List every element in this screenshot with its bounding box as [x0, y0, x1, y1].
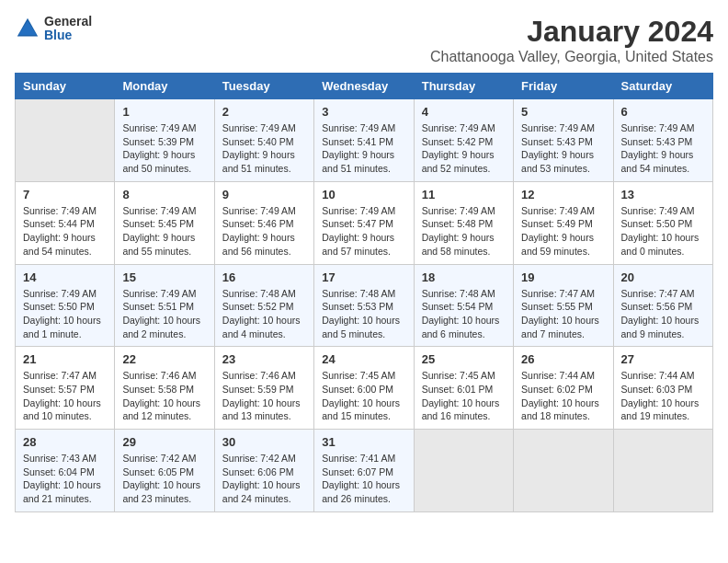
day-info: Sunrise: 7:43 AM Sunset: 6:04 PM Dayligh…	[23, 452, 107, 506]
calendar-cell: 1Sunrise: 7:49 AM Sunset: 5:39 PM Daylig…	[115, 99, 214, 182]
calendar-cell: 19Sunrise: 7:47 AM Sunset: 5:55 PM Dayli…	[514, 264, 613, 347]
calendar-cell: 31Sunrise: 7:41 AM Sunset: 6:07 PM Dayli…	[314, 430, 414, 512]
day-number: 30	[222, 435, 306, 449]
day-info: Sunrise: 7:42 AM Sunset: 6:05 PM Dayligh…	[122, 452, 206, 506]
day-number: 17	[322, 270, 405, 284]
day-number: 9	[222, 188, 306, 201]
calendar-cell: 25Sunrise: 7:45 AM Sunset: 6:01 PM Dayli…	[414, 347, 513, 430]
day-info: Sunrise: 7:49 AM Sunset: 5:46 PM Dayligh…	[222, 204, 306, 259]
calendar-cell	[613, 430, 712, 512]
calendar-cell: 30Sunrise: 7:42 AM Sunset: 6:06 PM Dayli…	[214, 430, 313, 512]
calendar-cell: 7Sunrise: 7:49 AM Sunset: 5:44 PM Daylig…	[16, 181, 115, 264]
day-info: Sunrise: 7:49 AM Sunset: 5:41 PM Dayligh…	[322, 121, 405, 176]
day-info: Sunrise: 7:49 AM Sunset: 5:42 PM Dayligh…	[422, 121, 506, 176]
calendar-cell	[16, 99, 115, 182]
header-row: SundayMondayTuesdayWednesdayThursdayFrid…	[16, 74, 713, 99]
calendar-cell: 21Sunrise: 7:47 AM Sunset: 5:57 PM Dayli…	[16, 347, 115, 430]
day-info: Sunrise: 7:49 AM Sunset: 5:39 PM Dayligh…	[122, 121, 206, 176]
calendar-cell: 11Sunrise: 7:49 AM Sunset: 5:48 PM Dayli…	[414, 181, 513, 264]
day-info: Sunrise: 7:46 AM Sunset: 5:58 PM Dayligh…	[122, 369, 206, 423]
day-number: 2	[222, 105, 306, 119]
day-info: Sunrise: 7:46 AM Sunset: 5:59 PM Dayligh…	[222, 369, 306, 423]
day-number: 13	[621, 188, 705, 201]
calendar-cell: 27Sunrise: 7:44 AM Sunset: 6:03 PM Dayli…	[613, 347, 712, 430]
day-number: 11	[422, 188, 506, 201]
day-number: 31	[322, 435, 405, 449]
title-area: January 2024 Chattanooga Valley, Georgia…	[430, 15, 713, 65]
day-number: 20	[621, 270, 705, 284]
day-number: 8	[122, 188, 206, 201]
day-number: 19	[521, 270, 605, 284]
day-info: Sunrise: 7:44 AM Sunset: 6:02 PM Dayligh…	[521, 369, 605, 423]
day-number: 15	[122, 270, 206, 284]
calendar-cell: 23Sunrise: 7:46 AM Sunset: 5:59 PM Dayli…	[214, 347, 313, 430]
calendar-cell: 6Sunrise: 7:49 AM Sunset: 5:43 PM Daylig…	[613, 99, 712, 182]
day-number: 3	[322, 105, 405, 119]
day-number: 5	[521, 105, 605, 119]
calendar-cell: 29Sunrise: 7:42 AM Sunset: 6:05 PM Dayli…	[115, 430, 214, 512]
day-info: Sunrise: 7:49 AM Sunset: 5:49 PM Dayligh…	[521, 204, 605, 259]
day-number: 23	[222, 352, 306, 366]
day-info: Sunrise: 7:48 AM Sunset: 5:54 PM Dayligh…	[422, 287, 506, 341]
calendar-cell: 13Sunrise: 7:49 AM Sunset: 5:50 PM Dayli…	[613, 181, 712, 264]
day-info: Sunrise: 7:47 AM Sunset: 5:57 PM Dayligh…	[23, 369, 107, 423]
day-info: Sunrise: 7:49 AM Sunset: 5:40 PM Dayligh…	[222, 121, 306, 176]
day-number: 21	[23, 352, 107, 366]
day-info: Sunrise: 7:41 AM Sunset: 6:07 PM Dayligh…	[322, 452, 405, 506]
day-number: 6	[621, 105, 705, 119]
day-info: Sunrise: 7:45 AM Sunset: 6:01 PM Dayligh…	[422, 369, 506, 423]
week-row-2: 14Sunrise: 7:49 AM Sunset: 5:50 PM Dayli…	[16, 264, 713, 347]
day-number: 22	[122, 352, 206, 366]
calendar-header: SundayMondayTuesdayWednesdayThursdayFrid…	[16, 74, 713, 99]
calendar-cell: 3Sunrise: 7:49 AM Sunset: 5:41 PM Daylig…	[314, 99, 414, 182]
day-info: Sunrise: 7:49 AM Sunset: 5:43 PM Dayligh…	[621, 121, 705, 176]
day-info: Sunrise: 7:49 AM Sunset: 5:44 PM Dayligh…	[23, 204, 107, 259]
day-info: Sunrise: 7:49 AM Sunset: 5:43 PM Dayligh…	[521, 121, 605, 176]
day-number: 24	[322, 352, 405, 366]
logo-blue-text: Blue	[44, 29, 92, 42]
day-info: Sunrise: 7:49 AM Sunset: 5:50 PM Dayligh…	[23, 287, 107, 341]
day-number: 27	[621, 352, 705, 366]
calendar-cell: 12Sunrise: 7:49 AM Sunset: 5:49 PM Dayli…	[514, 181, 613, 264]
svg-marker-1	[18, 21, 37, 35]
calendar-cell: 15Sunrise: 7:49 AM Sunset: 5:51 PM Dayli…	[115, 264, 214, 347]
calendar-cell: 8Sunrise: 7:49 AM Sunset: 5:45 PM Daylig…	[115, 181, 214, 264]
header-day-monday: Monday	[115, 74, 214, 99]
day-info: Sunrise: 7:48 AM Sunset: 5:53 PM Dayligh…	[322, 287, 405, 341]
calendar-cell: 16Sunrise: 7:48 AM Sunset: 5:52 PM Dayli…	[214, 264, 313, 347]
day-info: Sunrise: 7:49 AM Sunset: 5:47 PM Dayligh…	[322, 204, 405, 259]
day-number: 7	[23, 188, 107, 201]
day-number: 10	[322, 188, 405, 201]
day-number: 1	[122, 105, 206, 119]
day-info: Sunrise: 7:44 AM Sunset: 6:03 PM Dayligh…	[621, 369, 705, 423]
calendar-cell: 4Sunrise: 7:49 AM Sunset: 5:42 PM Daylig…	[414, 99, 513, 182]
day-number: 12	[521, 188, 605, 201]
logo-general-text: General	[44, 15, 92, 29]
header-day-saturday: Saturday	[613, 74, 712, 99]
day-info: Sunrise: 7:47 AM Sunset: 5:55 PM Dayligh…	[521, 287, 605, 341]
day-info: Sunrise: 7:48 AM Sunset: 5:52 PM Dayligh…	[222, 287, 306, 341]
month-title: January 2024	[430, 15, 713, 49]
day-info: Sunrise: 7:49 AM Sunset: 5:51 PM Dayligh…	[122, 287, 206, 341]
day-info: Sunrise: 7:49 AM Sunset: 5:45 PM Dayligh…	[122, 204, 206, 259]
header-day-tuesday: Tuesday	[214, 74, 313, 99]
calendar-cell: 24Sunrise: 7:45 AM Sunset: 6:00 PM Dayli…	[314, 347, 414, 430]
calendar-cell	[514, 430, 613, 512]
day-number: 29	[122, 435, 206, 449]
day-number: 14	[23, 270, 107, 284]
calendar-cell: 28Sunrise: 7:43 AM Sunset: 6:04 PM Dayli…	[16, 430, 115, 512]
calendar-table: SundayMondayTuesdayWednesdayThursdayFrid…	[15, 73, 713, 512]
calendar-body: 1Sunrise: 7:49 AM Sunset: 5:39 PM Daylig…	[16, 99, 713, 512]
day-info: Sunrise: 7:49 AM Sunset: 5:48 PM Dayligh…	[422, 204, 506, 259]
header-day-thursday: Thursday	[414, 74, 513, 99]
day-number: 28	[23, 435, 107, 449]
day-number: 16	[222, 270, 306, 284]
header-day-wednesday: Wednesday	[314, 74, 414, 99]
calendar-cell: 17Sunrise: 7:48 AM Sunset: 5:53 PM Dayli…	[314, 264, 414, 347]
calendar-cell: 5Sunrise: 7:49 AM Sunset: 5:43 PM Daylig…	[514, 99, 613, 182]
calendar-cell: 2Sunrise: 7:49 AM Sunset: 5:40 PM Daylig…	[214, 99, 313, 182]
calendar-cell: 18Sunrise: 7:48 AM Sunset: 5:54 PM Dayli…	[414, 264, 513, 347]
day-info: Sunrise: 7:47 AM Sunset: 5:56 PM Dayligh…	[621, 287, 705, 341]
logo: General Blue	[15, 15, 92, 43]
calendar-cell: 22Sunrise: 7:46 AM Sunset: 5:58 PM Dayli…	[115, 347, 214, 430]
